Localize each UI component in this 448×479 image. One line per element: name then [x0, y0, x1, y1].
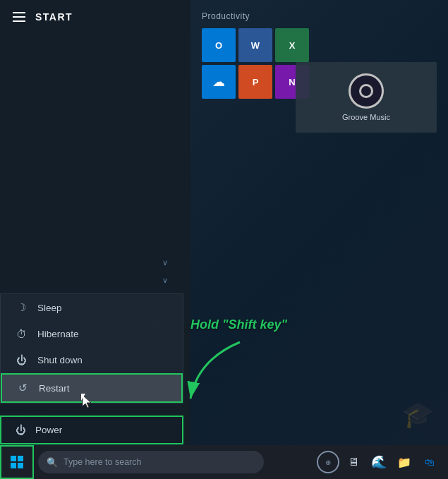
groove-label: Groove Music — [342, 113, 390, 121]
task-view-button[interactable]: 🖥 — [342, 451, 365, 473]
outlook-tile[interactable]: O — [202, 28, 236, 62]
edge-icon: 🌊 — [371, 454, 387, 470]
start-button[interactable] — [0, 445, 34, 479]
hibernate-icon: ⏱ — [15, 328, 28, 340]
onedrive-tile[interactable]: ☁ — [202, 65, 236, 99]
taskbar-icons: ⊕ 🖥 🌊 📁 🛍 — [317, 451, 448, 473]
power-button[interactable]: ⏻ Power — [0, 416, 183, 444]
shutdown-menu-item[interactable]: ⏻ Shut down — [1, 347, 183, 373]
groove-inner-ring — [359, 84, 373, 98]
hamburger-icon[interactable] — [13, 12, 25, 22]
start-body: ∨ ∨ Engli ∨ ∨ ☽ Sleep ⏱ Hibernate — [0, 34, 190, 444]
search-placeholder: Type here to search — [63, 457, 141, 467]
groove-icon — [349, 73, 384, 109]
start-title: START — [35, 11, 73, 23]
search-bar[interactable]: 🔍 Type here to search — [38, 451, 264, 473]
start-header: START — [0, 0, 190, 34]
groove-music-tile[interactable]: Groove Music — [296, 62, 437, 133]
powerpoint-tile[interactable]: P — [238, 65, 272, 99]
annotation-text: Hold "Shift key" — [190, 317, 287, 332]
cortana-button[interactable]: ⊕ — [317, 451, 339, 473]
edge-button[interactable]: 🌊 — [368, 451, 390, 473]
shutdown-icon: ⏻ — [15, 354, 28, 366]
excel-tile[interactable]: X — [275, 28, 309, 62]
windows-icon — [11, 456, 23, 468]
annotation: Hold "Shift key" — [190, 317, 287, 332]
watermark: 🎓 — [402, 400, 434, 430]
sleep-label: Sleep — [37, 303, 62, 313]
file-explorer-icon: 📁 — [397, 456, 411, 469]
chevron-row-1: ∨ — [151, 254, 179, 272]
chevron-area: ∨ ∨ — [151, 254, 179, 289]
power-menu: ☽ Sleep ⏱ Hibernate ⏻ Shut down ↺ Restar… — [0, 293, 183, 404]
arrow-svg — [183, 339, 254, 409]
task-view-icon: 🖥 — [348, 456, 359, 468]
start-menu: START ∨ ∨ Engli ∨ ∨ ☽ Sleep — [0, 0, 190, 444]
hibernate-label: Hibernate — [37, 329, 79, 339]
section-label: Productivity — [202, 11, 437, 21]
word-tile[interactable]: W — [238, 28, 272, 62]
sleep-icon: ☽ — [15, 301, 28, 314]
chevron-row-2: ∨ — [151, 272, 179, 289]
desktop: START ∨ ∨ Engli ∨ ∨ ☽ Sleep — [0, 0, 448, 479]
cortana-icon: ⊕ — [317, 451, 339, 473]
search-icon: 🔍 — [47, 457, 58, 468]
store-button[interactable]: 🛍 — [418, 451, 441, 473]
hibernate-menu-item[interactable]: ⏱ Hibernate — [1, 321, 183, 347]
shutdown-label: Shut down — [37, 355, 83, 365]
restart-icon: ↺ — [16, 382, 29, 394]
power-icon: ⏻ — [14, 424, 27, 436]
file-explorer-button[interactable]: 📁 — [393, 451, 416, 473]
power-label: Power — [35, 425, 62, 435]
restart-label: Restart — [39, 383, 70, 394]
restart-menu-item[interactable]: ↺ Restart — [1, 373, 183, 403]
sleep-menu-item[interactable]: ☽ Sleep — [1, 294, 183, 321]
taskbar: 🔍 Type here to search ⊕ 🖥 🌊 📁 🛍 — [0, 445, 448, 479]
store-icon: 🛍 — [425, 456, 435, 468]
